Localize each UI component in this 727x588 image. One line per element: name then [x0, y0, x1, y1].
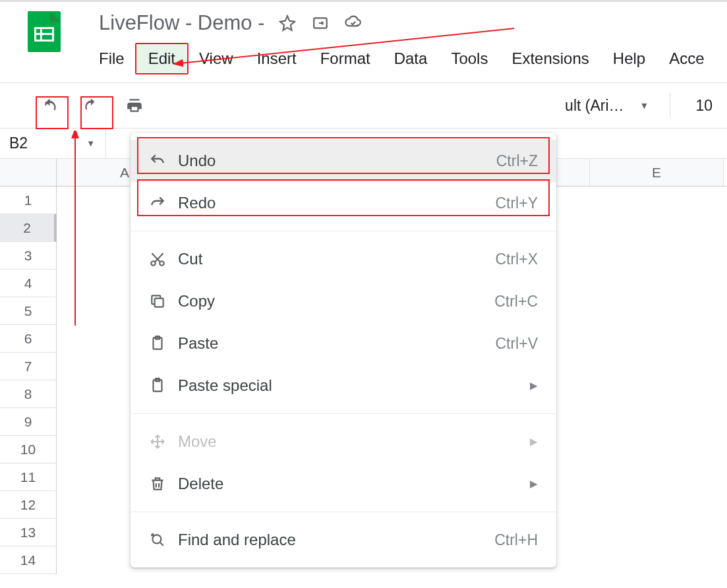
- menu-edit[interactable]: Edit: [136, 44, 187, 73]
- toolbar: ult (Ari… ▼ 10: [0, 82, 727, 129]
- find-replace-icon: [149, 531, 178, 548]
- row-header[interactable]: 4: [0, 270, 57, 297]
- menu-item-label: Paste special: [178, 376, 530, 395]
- row-header[interactable]: 14: [0, 546, 57, 574]
- svg-point-2: [160, 261, 164, 266]
- menu-item-undo[interactable]: Undo Ctrl+Z: [131, 140, 556, 182]
- row-header[interactable]: 6: [0, 325, 57, 353]
- menu-item-shortcut: Ctrl+C: [494, 293, 538, 310]
- menu-item-label: Move: [178, 432, 530, 451]
- row-header[interactable]: 1: [0, 187, 57, 214]
- menu-item-shortcut: Ctrl+Y: [495, 194, 538, 212]
- cut-icon: [149, 250, 178, 268]
- print-button[interactable]: [120, 91, 149, 120]
- menu-item-label: Undo: [178, 152, 496, 170]
- menu-bar: File Edit View Insert Format Data Tools …: [99, 44, 716, 73]
- submenu-arrow-icon: ▶: [530, 478, 538, 490]
- copy-icon: [149, 293, 178, 310]
- row-headers: 1 2 3 4 5 6 7 8 9 10 11 12 13 14: [0, 159, 57, 574]
- menu-data[interactable]: Data: [382, 44, 440, 73]
- menu-item-paste[interactable]: Paste Ctrl+V: [131, 322, 556, 365]
- menu-item-redo[interactable]: Redo Ctrl+Y: [131, 182, 556, 224]
- row-header[interactable]: 11: [0, 463, 57, 491]
- select-all-corner[interactable]: [0, 159, 57, 187]
- row-header[interactable]: 2: [0, 214, 57, 242]
- menu-item-label: Cut: [178, 250, 495, 268]
- row-header[interactable]: 12: [0, 491, 57, 519]
- row-header[interactable]: 10: [0, 436, 57, 463]
- menu-item-cut[interactable]: Cut Ctrl+X: [131, 238, 556, 280]
- chevron-down-icon[interactable]: ▼: [86, 138, 95, 148]
- move-icon: [149, 433, 178, 450]
- menu-file[interactable]: File: [99, 44, 136, 73]
- submenu-arrow-icon: ▶: [530, 380, 538, 392]
- menu-item-label: Paste: [178, 334, 495, 353]
- menu-view[interactable]: View: [187, 44, 245, 73]
- row-header[interactable]: 3: [0, 242, 57, 270]
- menu-separator: [131, 413, 556, 414]
- menu-insert[interactable]: Insert: [245, 44, 308, 73]
- menu-format[interactable]: Format: [308, 44, 382, 73]
- undo-icon: [149, 152, 178, 169]
- menu-accessibility[interactable]: Acce: [657, 44, 716, 73]
- menu-item-shortcut: Ctrl+Z: [496, 152, 538, 170]
- row-header[interactable]: 13: [0, 519, 57, 546]
- divider: [105, 129, 106, 158]
- svg-rect-3: [155, 299, 163, 307]
- edit-dropdown-menu: Undo Ctrl+Z Redo Ctrl+Y Cut Ctrl+X Copy …: [131, 133, 556, 568]
- menu-item-delete[interactable]: Delete ▶: [131, 463, 556, 505]
- menu-separator: [131, 231, 556, 231]
- redo-button[interactable]: [76, 91, 105, 120]
- move-folder-icon[interactable]: [310, 13, 331, 34]
- menu-item-label: Copy: [178, 292, 494, 310]
- svg-point-1: [151, 261, 156, 266]
- font-selector[interactable]: ult (Ari…: [565, 97, 624, 115]
- name-box-value: B2: [9, 134, 28, 152]
- chevron-down-icon[interactable]: ▼: [631, 100, 658, 111]
- menu-item-shortcut: Ctrl+H: [494, 531, 538, 549]
- toolbar-divider: [670, 93, 670, 118]
- menu-item-paste-special[interactable]: Paste special ▶: [131, 365, 556, 407]
- sheets-app-icon[interactable]: [28, 11, 61, 52]
- menu-tools[interactable]: Tools: [439, 44, 500, 73]
- delete-icon: [149, 475, 178, 492]
- paste-special-icon: [149, 377, 178, 394]
- document-title[interactable]: LiveFlow - Demo -: [99, 11, 265, 35]
- row-header[interactable]: 8: [0, 380, 57, 408]
- menu-item-move: Move ▶: [131, 421, 556, 463]
- menu-help[interactable]: Help: [601, 44, 657, 73]
- menu-edit-label: Edit: [148, 49, 175, 67]
- menu-item-label: Redo: [178, 194, 495, 212]
- name-box[interactable]: B2 ▼: [0, 134, 105, 152]
- cloud-saved-icon[interactable]: [343, 13, 364, 34]
- menu-item-copy[interactable]: Copy Ctrl+C: [131, 280, 556, 322]
- menu-item-shortcut: Ctrl+V: [495, 335, 538, 353]
- redo-icon: [149, 194, 178, 212]
- column-header[interactable]: E: [590, 159, 724, 186]
- menu-item-label: Delete: [178, 475, 530, 493]
- menu-item-shortcut: Ctrl+X: [495, 250, 538, 268]
- font-size-input[interactable]: 10: [682, 97, 727, 115]
- row-header[interactable]: 5: [0, 297, 57, 325]
- submenu-arrow-icon: ▶: [530, 436, 538, 448]
- paste-icon: [149, 335, 178, 352]
- row-header[interactable]: 9: [0, 408, 57, 436]
- menu-extensions[interactable]: Extensions: [500, 44, 600, 73]
- undo-button[interactable]: [36, 91, 65, 120]
- menu-separator: [131, 512, 556, 512]
- row-header[interactable]: 7: [0, 353, 57, 380]
- star-icon[interactable]: [277, 13, 298, 34]
- menu-item-label: Find and replace: [178, 531, 494, 549]
- menu-item-find-replace[interactable]: Find and replace Ctrl+H: [131, 519, 556, 561]
